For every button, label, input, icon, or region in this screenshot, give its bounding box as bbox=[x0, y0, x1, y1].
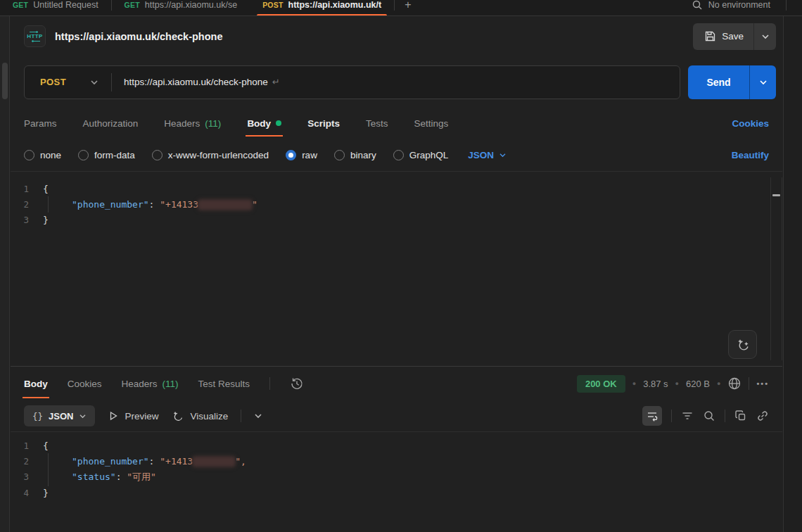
preview-button[interactable]: Preview bbox=[108, 410, 158, 422]
response-tab-test-results[interactable]: Test Results bbox=[198, 367, 250, 400]
tab-label: Tests bbox=[366, 118, 388, 129]
globe-network-icon[interactable] bbox=[727, 376, 741, 391]
send-button-group: Send bbox=[688, 65, 776, 99]
code-line: 2 "phone_number": "+14133" bbox=[11, 196, 782, 212]
json-string: "可用" bbox=[127, 471, 156, 482]
divider bbox=[725, 410, 725, 422]
cookies-link[interactable]: Cookies bbox=[732, 118, 769, 129]
radio-raw-selected[interactable]: raw bbox=[286, 150, 317, 160]
code-punct: : bbox=[116, 471, 127, 482]
code-punct: : bbox=[149, 456, 160, 467]
beautify-link[interactable]: Beautify bbox=[732, 150, 769, 160]
topbar-right-divider bbox=[786, 0, 787, 11]
editor-scrollbar[interactable] bbox=[770, 177, 782, 360]
line-number: 2 bbox=[11, 199, 43, 210]
response-body-editor[interactable]: 1 { 2 "phone_number": "+1413", 3 "status… bbox=[11, 431, 782, 532]
left-sidebar-strip[interactable] bbox=[0, 16, 10, 532]
code-brace: { bbox=[43, 441, 49, 451]
request-tab-title: https://api.xiaomu.uk/t bbox=[288, 0, 382, 10]
line-number: 1 bbox=[11, 184, 43, 194]
share-link-icon[interactable] bbox=[756, 410, 769, 422]
request-tab-3-active[interactable]: POST https://api.xiaomu.uk/t bbox=[250, 0, 394, 16]
json-string: " bbox=[252, 199, 257, 210]
new-tab-button[interactable]: + bbox=[395, 0, 421, 11]
tab-scripts[interactable]: Scripts bbox=[307, 108, 340, 139]
search-in-response-icon[interactable] bbox=[703, 410, 715, 422]
json-key: "phone_number" bbox=[72, 456, 149, 467]
redacted-phone-number bbox=[193, 457, 235, 467]
response-size: 620 B bbox=[686, 379, 710, 389]
visualize-label: Visualize bbox=[190, 411, 228, 422]
response-format-dropdown[interactable]: {} JSON bbox=[24, 405, 95, 426]
radio-circle bbox=[334, 150, 345, 160]
tab-body-active[interactable]: Body bbox=[247, 108, 281, 139]
request-tabs-row: Params Authorization Headers(11) Body Sc… bbox=[11, 108, 782, 139]
method-dropdown[interactable]: POST bbox=[25, 77, 111, 87]
tab-label: Scripts bbox=[307, 118, 340, 129]
tab-headers[interactable]: Headers(11) bbox=[164, 108, 221, 139]
request-title: https://api.xiaomu.uk/check-phone bbox=[55, 31, 222, 42]
enter-hint-icon: ↵ bbox=[272, 77, 280, 87]
radio-label: GraphQL bbox=[409, 150, 449, 160]
raw-format-dropdown[interactable]: JSON bbox=[468, 150, 507, 160]
word-wrap-toggle-active[interactable] bbox=[642, 406, 662, 426]
chevron-down-icon bbox=[90, 80, 98, 85]
radio-urlencoded[interactable]: x-www-form-urlencoded bbox=[152, 150, 269, 160]
radio-circle bbox=[152, 150, 163, 160]
code-line: 1 { bbox=[11, 181, 782, 196]
save-options-button[interactable] bbox=[753, 23, 776, 50]
redacted-phone-number bbox=[198, 200, 252, 210]
left-scroll-thumb[interactable] bbox=[2, 63, 8, 99]
code-line: 2 "phone_number": "+1413", bbox=[11, 453, 782, 469]
send-button-label: Send bbox=[706, 77, 730, 88]
chevron-down-icon bbox=[759, 80, 768, 85]
save-button[interactable]: Save bbox=[693, 23, 753, 50]
response-tab-cookies[interactable]: Cookies bbox=[68, 367, 102, 400]
response-tab-headers[interactable]: Headers(11) bbox=[122, 367, 179, 400]
request-tab-2[interactable]: GET https://api.xiaomu.uk/se bbox=[112, 0, 250, 16]
response-section: Body Cookies Headers(11) Test Results 20… bbox=[11, 366, 782, 532]
more-options-button[interactable]: ••• bbox=[756, 379, 769, 388]
radio-label: form-data bbox=[94, 150, 135, 160]
tab-authorization[interactable]: Authorization bbox=[83, 108, 139, 139]
radio-label: raw bbox=[302, 150, 317, 160]
radio-circle bbox=[393, 150, 404, 160]
radio-graphql[interactable]: GraphQL bbox=[393, 150, 449, 160]
response-history-icon[interactable] bbox=[290, 376, 304, 391]
tab-settings[interactable]: Settings bbox=[414, 108, 448, 139]
visualize-button[interactable]: Visualize bbox=[171, 410, 228, 423]
postbot-ai-button[interactable] bbox=[728, 330, 757, 359]
radio-label: binary bbox=[350, 150, 376, 160]
visualize-sparkle-icon bbox=[171, 410, 184, 423]
filter-icon[interactable] bbox=[681, 410, 694, 422]
url-input[interactable]: https://api.xiaomu.uk/check-phone↵ bbox=[112, 77, 280, 87]
view-options-chevron[interactable] bbox=[254, 413, 262, 419]
response-toolbar: {} JSON Preview Visualize bbox=[11, 400, 782, 431]
copy-response-icon[interactable] bbox=[734, 410, 747, 422]
radio-none[interactable]: none bbox=[24, 150, 61, 160]
word-wrap-icon bbox=[646, 410, 658, 422]
code-brace: { bbox=[43, 184, 49, 194]
code-line: 3 } bbox=[11, 213, 782, 228]
body-has-content-dot bbox=[276, 120, 281, 126]
radio-label: none bbox=[40, 150, 61, 160]
response-tab-body-active[interactable]: Body bbox=[24, 367, 48, 400]
request-tab-1[interactable]: GET Untitled Request bbox=[0, 0, 111, 16]
code-brace: } bbox=[43, 488, 49, 498]
radio-form-data[interactable]: form-data bbox=[78, 150, 135, 160]
tab-label: Headers bbox=[164, 118, 200, 129]
tab-tests[interactable]: Tests bbox=[366, 108, 388, 139]
send-button[interactable]: Send bbox=[688, 65, 749, 99]
request-body-editor[interactable]: 1 { 2 "phone_number": "+14133" 3 } bbox=[11, 171, 782, 366]
method-badge-get: GET bbox=[125, 1, 140, 9]
chevron-down-icon bbox=[254, 413, 262, 419]
radio-binary[interactable]: binary bbox=[334, 150, 376, 160]
send-options-button[interactable] bbox=[749, 65, 776, 99]
tab-label: Test Results bbox=[198, 379, 250, 389]
right-sidebar-strip[interactable] bbox=[783, 16, 802, 532]
search-icon[interactable] bbox=[692, 0, 703, 11]
tab-params[interactable]: Params bbox=[24, 108, 57, 139]
scrollbar-thumb[interactable] bbox=[772, 194, 780, 196]
environment-selector[interactable]: No environment bbox=[708, 0, 770, 10]
postbot-sparkle-icon bbox=[735, 337, 751, 353]
